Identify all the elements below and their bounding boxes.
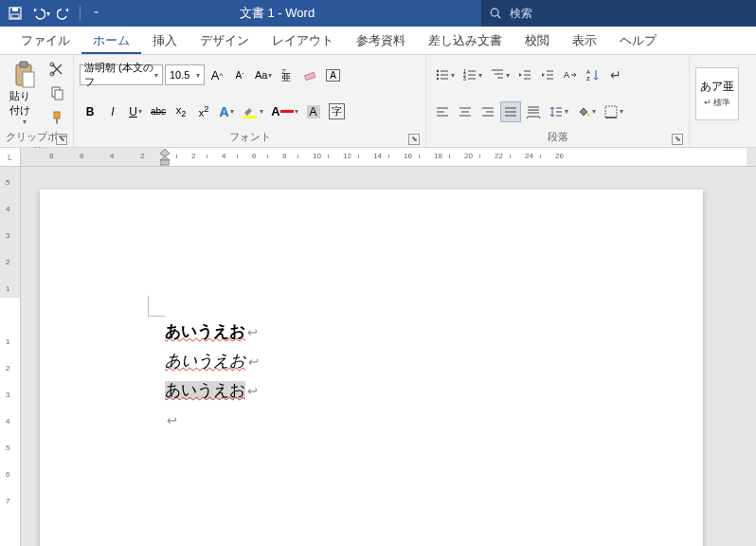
tab-layout[interactable]: レイアウト <box>261 27 345 54</box>
number-list-icon: 123 <box>462 67 477 82</box>
style-normal[interactable]: あア亜 ↵ 標準 <box>695 67 739 120</box>
clear-formatting-button[interactable] <box>299 64 320 85</box>
font-dialog-launcher[interactable]: ⬊ <box>408 134 420 145</box>
cut-button[interactable] <box>46 59 67 80</box>
eraser-icon <box>302 67 317 82</box>
group-paragraph: ▾ 123▾ ▾ A AZ ↵ ▾ ▾ ▾ <box>426 55 690 147</box>
bullet-list-icon <box>435 67 450 82</box>
outdent-icon <box>517 67 532 82</box>
bullets-button[interactable]: ▾ <box>432 64 458 85</box>
svg-point-3 <box>491 9 498 16</box>
change-case-button[interactable]: Aa▾ <box>252 64 275 85</box>
svg-rect-1 <box>12 8 18 11</box>
line-spacing-button[interactable]: ▾ <box>546 101 571 122</box>
tab-view[interactable]: 表示 <box>561 27 608 54</box>
pilcrow-icon: ↩ <box>167 413 177 428</box>
superscript-button[interactable]: x2 <box>193 101 214 122</box>
group-clipboard: 貼り付け ▾ クリップボード⬊ <box>0 55 74 147</box>
indent-icon <box>540 67 555 82</box>
character-shading-button[interactable]: A <box>303 101 324 122</box>
tab-mailings[interactable]: 差し込み文書 <box>417 27 513 54</box>
group-styles: あア亜 ↵ 標準 <box>690 55 756 147</box>
undo-button[interactable]: ▾ <box>28 2 51 25</box>
svg-text:3: 3 <box>463 76 466 82</box>
svg-rect-15 <box>305 73 315 81</box>
paragraph-dialog-launcher[interactable]: ⬊ <box>672 134 683 145</box>
italic-button[interactable]: I <box>102 101 123 122</box>
character-border-button[interactable]: 字 <box>326 101 348 122</box>
search-box[interactable]: 検索 <box>481 0 756 27</box>
numbering-button[interactable]: 123▾ <box>459 64 485 85</box>
font-name-combo[interactable]: 游明朝 (本文のフ▾ <box>80 64 163 85</box>
subscript-button[interactable]: x2 <box>171 101 191 122</box>
tab-references[interactable]: 参考資料 <box>345 27 417 54</box>
tab-insert[interactable]: 挿入 <box>141 27 189 54</box>
justify-icon <box>503 104 518 119</box>
strikethrough-button[interactable]: abc <box>148 101 169 122</box>
borders-button[interactable]: ▾ <box>601 101 626 122</box>
tab-design[interactable]: デザイン <box>189 27 261 54</box>
grow-font-button[interactable]: A^ <box>207 64 227 85</box>
font-size-combo[interactable]: 10.5▾ <box>165 64 205 85</box>
copy-button[interactable] <box>46 82 67 103</box>
margin-corner-mark <box>148 296 165 317</box>
horizontal-ruler[interactable]: 86422468101214161820222426 <box>21 148 756 167</box>
ribbon: 貼り付け ▾ クリップボード⬊ 游明朝 (本文のフ▾ 10.5▾ A^ Aˇ A… <box>0 55 756 148</box>
search-icon <box>489 7 502 20</box>
align-center-button[interactable] <box>455 101 476 122</box>
phonetic-guide-button[interactable]: ア亜 <box>277 64 297 85</box>
text-line: ↩ <box>165 406 258 435</box>
text-effects-button[interactable]: A▾ <box>216 101 237 122</box>
multilevel-list-button[interactable]: ▾ <box>487 64 513 85</box>
enclose-characters-button[interactable]: A <box>322 64 343 85</box>
pilcrow-icon: ↩ <box>247 384 258 398</box>
format-painter-button[interactable] <box>46 107 67 128</box>
save-button[interactable] <box>4 2 27 25</box>
align-right-icon <box>480 104 495 119</box>
multilevel-icon <box>490 67 505 82</box>
align-left-button[interactable] <box>432 101 453 122</box>
tab-review[interactable]: 校閲 <box>513 27 561 54</box>
justify-button[interactable] <box>500 101 521 122</box>
sort-button[interactable]: AZ <box>583 64 603 85</box>
decrease-indent-button[interactable] <box>514 64 535 85</box>
font-color-button[interactable]: A▾ <box>268 101 300 122</box>
increase-indent-button[interactable] <box>537 64 558 85</box>
shading-button[interactable]: ▾ <box>573 101 599 122</box>
paste-button[interactable]: 貼り付け ▾ <box>4 57 45 130</box>
ltr-button[interactable]: A <box>560 64 581 85</box>
quick-access-toolbar: ▾ ⁼ <box>0 2 111 25</box>
svg-point-19 <box>437 74 439 76</box>
redo-button[interactable] <box>53 2 76 25</box>
tab-file[interactable]: ファイル <box>9 27 81 54</box>
distributed-icon <box>526 104 541 119</box>
page-content[interactable]: あいうえお↩ あいうえお↩ あいうえお↩ ↩ <box>165 318 258 435</box>
bold-button[interactable]: B <box>80 101 100 122</box>
svg-rect-17 <box>280 110 294 113</box>
tab-home[interactable]: ホーム <box>81 27 141 54</box>
ruler-corner[interactable]: L <box>0 148 21 167</box>
text-line: あいうえお↩ <box>165 318 258 347</box>
vertical-ruler[interactable]: /*marks added below*/ 543211234567 <box>0 167 21 546</box>
svg-text:亜: 亜 <box>281 72 291 82</box>
highlight-color-button[interactable]: ▾ <box>239 101 266 122</box>
qat-customize-button[interactable]: ⁼ <box>84 2 107 25</box>
first-line-indent-marker[interactable] <box>160 149 170 166</box>
borders-icon <box>603 104 619 119</box>
svg-text:Z: Z <box>586 76 590 82</box>
svg-rect-16 <box>243 116 257 118</box>
align-right-button[interactable] <box>477 101 498 122</box>
underline-button[interactable]: U▾ <box>125 101 146 122</box>
distributed-button[interactable] <box>523 101 544 122</box>
svg-text:A: A <box>564 70 569 80</box>
group-font: 游明朝 (本文のフ▾ 10.5▾ A^ Aˇ Aa▾ ア亜 A B I U▾ a… <box>74 55 426 147</box>
line-spacing-icon <box>549 104 564 119</box>
shrink-font-button[interactable]: Aˇ <box>229 64 250 85</box>
svg-point-61 <box>587 113 590 116</box>
tab-help[interactable]: ヘルプ <box>608 27 668 54</box>
show-marks-button[interactable]: ↵ <box>605 64 626 85</box>
pilcrow-icon: ↩ <box>247 325 258 339</box>
document-area[interactable]: あいうえお↩ あいうえお↩ あいうえお↩ ↩ <box>21 167 756 546</box>
clipboard-dialog-launcher[interactable]: ⬊ <box>56 134 67 145</box>
svg-line-4 <box>497 15 500 18</box>
